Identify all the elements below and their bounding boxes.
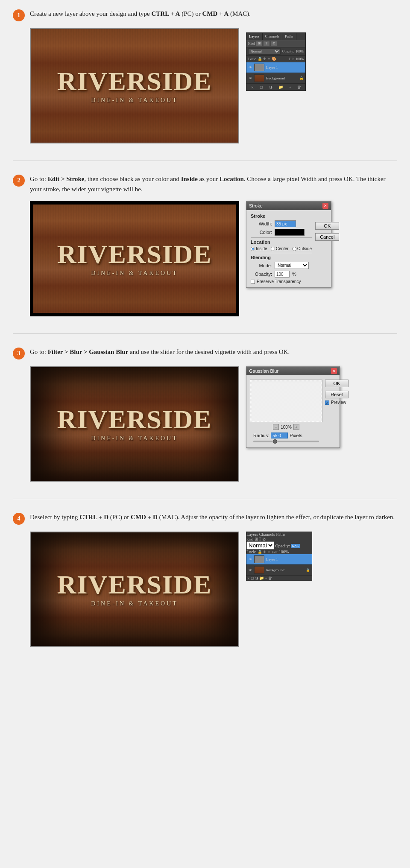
radius-row: Radius: Pixels	[250, 431, 322, 440]
mode-label: Mode:	[251, 263, 272, 268]
step-2-image: RIVERSIDE DINE-IN & TAKEOUT	[30, 201, 239, 316]
bg-lock-4: 🔒	[306, 568, 310, 572]
toolbar-icon-1: ⊞	[256, 41, 262, 46]
stroke-dialog-left: Stroke Width: Color: Loca	[251, 213, 312, 284]
mask-icon[interactable]: ◻	[260, 85, 263, 89]
fx-icon[interactable]: fx	[251, 85, 254, 89]
mask-icon-4[interactable]: ◻	[251, 576, 254, 580]
zoom-out-btn[interactable]: −	[273, 424, 279, 430]
step-4-panel-col: Layers Channels Paths Kind ⊞ T ⊘ Normal	[246, 532, 312, 581]
riverside-subtitle-4: DINE-IN & TAKEOUT	[57, 600, 212, 607]
layers-panel-4-header: Layers Channels Paths	[246, 532, 312, 537]
radius-input[interactable]	[271, 433, 288, 438]
gaussian-buttons: OK Reset ✓ Preview	[325, 378, 348, 445]
zoom-in-btn[interactable]: +	[293, 424, 299, 430]
radius-label: Radius:	[253, 433, 269, 438]
blend-row-4: Normal Opacity: 62%	[246, 541, 312, 549]
lock-row-4: Lock: 🔒 ✚ ✦ Fill: 100%	[246, 549, 312, 554]
bg-layer-row[interactable]: 👁 Background 🔒	[246, 73, 305, 84]
fill-label: Fill:	[289, 57, 294, 61]
step-4-image: RIVERSIDE DINE-IN & TAKEOUT	[30, 532, 239, 647]
gaussian-slider[interactable]	[253, 441, 319, 442]
outside-label: Outside	[297, 246, 312, 251]
step-number-1: 1	[13, 9, 25, 21]
gaussian-dialog: Gaussian Blur ✕ − 100%	[246, 366, 340, 448]
dialog-opacity-input[interactable]	[275, 271, 290, 278]
step-1-image: RIVERSIDE DINE-IN & TAKEOUT	[30, 28, 239, 143]
stroke-dialog-title: Stroke	[249, 203, 263, 208]
inside-radio[interactable]: Inside	[251, 246, 267, 251]
fx-icon-4[interactable]: fx	[246, 576, 250, 580]
stroke-ok-button[interactable]: OK	[315, 222, 339, 230]
center-radio[interactable]: Center	[271, 246, 289, 251]
channels-tab-4[interactable]: Channels	[259, 532, 275, 537]
stroke-cancel-button[interactable]: Cancel	[315, 233, 339, 241]
delete-layer-icon-4[interactable]: 🗑	[268, 576, 272, 580]
step-number-2: 2	[13, 175, 25, 187]
paths-tab[interactable]: Paths	[282, 33, 296, 40]
gaussian-left: − 100% + Radius: Pixels	[250, 378, 322, 445]
layers-tab[interactable]: Layers	[246, 33, 263, 40]
stroke-width-input[interactable]	[275, 220, 296, 227]
outside-radio[interactable]: Outside	[292, 246, 312, 251]
center-radio-btn[interactable]	[271, 247, 275, 251]
stroke-section-title: Stroke	[251, 213, 312, 219]
folder-icon[interactable]: 📁	[278, 85, 283, 89]
bg-layer-thumb-4	[254, 566, 264, 574]
gaussian-top: − 100% + Radius: Pixels	[250, 378, 336, 445]
gaussian-title: Gaussian Blur	[249, 368, 278, 374]
blending-title: Blending	[251, 255, 312, 260]
layer-1-name-4: Layer 1	[266, 557, 310, 561]
adjustment-icon-4[interactable]: ◑	[255, 576, 258, 580]
blend-mode-select[interactable]: Normal	[248, 48, 281, 55]
step-3: 3 Go to: Filter > Blur > Gaussian Blur a…	[13, 347, 397, 482]
riverside-overlay-4: RIVERSIDE DINE-IN & TAKEOUT	[57, 571, 212, 607]
toolbar-icon-2: T	[264, 41, 269, 46]
gaussian-reset-button[interactable]: Reset	[325, 391, 348, 398]
riverside-title-1: RIVERSIDE	[57, 68, 212, 94]
center-label: Center	[276, 246, 289, 251]
location-title: Location	[251, 240, 312, 245]
step-2-panel-col: Stroke ✕ Stroke Width:	[246, 201, 331, 288]
kind-label-4: Kind	[246, 538, 253, 541]
layer-1-row-4[interactable]: 👁 Layer 1	[246, 554, 312, 565]
toolbar-icon-4c: ⊘	[262, 537, 266, 541]
zoom-value: 100%	[281, 425, 292, 430]
step-1-panel-col: Layers Channels Paths Kind ⊞ T ⊘ Normal	[246, 32, 306, 91]
gaussian-close[interactable]: ✕	[331, 368, 337, 374]
new-layer-icon-4[interactable]: +	[265, 576, 267, 580]
blend-mode-select-4[interactable]: Normal	[246, 541, 274, 549]
paths-tab-4[interactable]: Paths	[276, 532, 285, 537]
preserve-checkbox[interactable]	[251, 280, 255, 284]
opacity-value-4[interactable]: 62%	[291, 544, 300, 548]
outside-radio-btn[interactable]	[292, 247, 296, 251]
riverside-subtitle-2: DINE-IN & TAKEOUT	[57, 270, 212, 277]
lock-label-4: Lock:	[246, 549, 256, 554]
channels-tab[interactable]: Channels	[263, 33, 283, 40]
layer-1-thumb	[254, 64, 264, 71]
step-1: 1 Create a new layer above your design a…	[13, 9, 397, 143]
layers-tab-4[interactable]: Layers	[246, 532, 258, 537]
bg-layer-name: Background	[266, 76, 298, 80]
inside-radio-btn[interactable]	[251, 247, 255, 251]
divider-2	[13, 333, 397, 334]
step-3-panel-col: Gaussian Blur ✕ − 100%	[246, 366, 340, 448]
riverside-overlay-2: RIVERSIDE DINE-IN & TAKEOUT	[57, 241, 212, 277]
gaussian-ok-button[interactable]: OK	[325, 380, 348, 387]
bg-layer-row-4[interactable]: 👁 background 🔒	[246, 565, 312, 576]
gaussian-zoom-row: − 100% +	[250, 424, 322, 430]
dialog-buttons: OK Cancel	[315, 213, 339, 284]
new-layer-icon[interactable]: +	[289, 85, 291, 89]
preview-row: ✓ Preview	[325, 400, 348, 405]
stroke-dialog-close[interactable]: ✕	[322, 203, 328, 209]
layers-4-toolbar: Kind ⊞ T ⊘	[246, 537, 312, 541]
stroke-color-label: Color:	[251, 230, 272, 235]
step-3-content: RIVERSIDE DINE-IN & TAKEOUT Gaussian Blu…	[30, 366, 397, 482]
folder-icon-4[interactable]: 📁	[259, 576, 264, 580]
layer-1-row[interactable]: 👁 Layer 1	[246, 62, 305, 73]
preview-checkbox[interactable]: ✓	[325, 400, 329, 405]
delete-layer-icon[interactable]: 🗑	[297, 85, 301, 89]
mode-select[interactable]: Normal	[275, 262, 309, 269]
stroke-color-swatch[interactable]	[275, 229, 305, 236]
adjustment-icon[interactable]: ◑	[269, 85, 272, 89]
